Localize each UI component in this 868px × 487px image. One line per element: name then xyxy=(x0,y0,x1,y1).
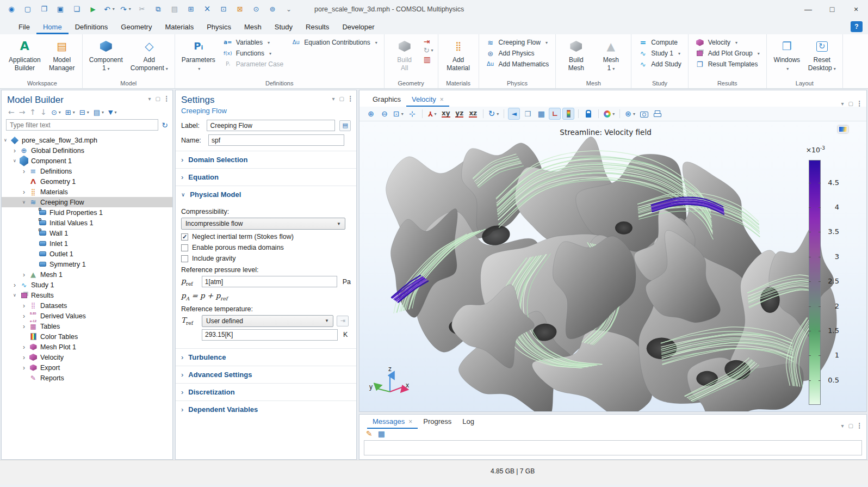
pin-panel-icon[interactable]: ┇ xyxy=(349,96,352,102)
find-button[interactable]: ⊙ xyxy=(249,3,263,16)
tree-item-export[interactable]: ›Export xyxy=(2,362,172,373)
equation-contributions-button[interactable]: ΔuEquation Contributions▾ xyxy=(288,38,380,47)
parameter-case-button[interactable]: PᵢParameter Case xyxy=(220,59,287,69)
build-all-button[interactable]: BuildAll xyxy=(388,36,421,73)
tree-item-datasets[interactable]: ›⣿Datasets xyxy=(2,300,172,311)
redo-button[interactable]: ↷▾ xyxy=(119,3,133,16)
expand-node-icon[interactable]: › xyxy=(21,168,27,175)
duplicate-button[interactable]: ⊞ xyxy=(184,3,198,16)
yz-view-button[interactable]: yz xyxy=(454,108,466,120)
tab-velocity[interactable]: Velocity× xyxy=(406,93,449,107)
add-physics-button[interactable]: ⊛Add Physics xyxy=(482,48,553,58)
rename-button[interactable]: ▤ xyxy=(339,120,351,131)
ref-temperature-input[interactable] xyxy=(202,329,338,341)
back-button[interactable]: ← xyxy=(7,108,16,116)
expand-node-icon[interactable]: › xyxy=(21,343,27,351)
run-button[interactable]: ▶ xyxy=(86,3,100,16)
collapse-node-icon[interactable]: ∨ xyxy=(21,200,27,205)
build-mesh-button[interactable]: BuildMesh xyxy=(559,36,593,73)
pin-panel-icon[interactable]: ┇ xyxy=(858,101,861,107)
name-field[interactable] xyxy=(208,134,344,146)
close-button[interactable]: × xyxy=(844,0,868,18)
new-button[interactable]: ▢ xyxy=(21,3,35,16)
float-panel-icon[interactable]: ▢ xyxy=(339,96,344,102)
ribbon-tab-materials[interactable]: Materials xyxy=(158,20,200,34)
float-panel-icon[interactable]: ▢ xyxy=(848,101,853,107)
model-manager-button[interactable]: ▤ModelManager xyxy=(45,36,79,73)
snapshot-button[interactable] xyxy=(638,108,650,120)
tree-item-tables[interactable]: ›▦Tables xyxy=(2,321,172,331)
ribbon-tab-definitions[interactable]: Definitions xyxy=(69,20,115,34)
expand-node-icon[interactable]: › xyxy=(21,188,27,196)
zoom-box-button[interactable]: ⊡▾ xyxy=(392,108,405,120)
xy-view-button[interactable]: xy xyxy=(440,108,452,120)
tab-progress[interactable]: Progress xyxy=(418,415,457,429)
messages-output[interactable] xyxy=(364,440,862,455)
tree-item-component-1[interactable]: ∨Component 1 xyxy=(2,156,172,166)
mesh-1-button[interactable]: ▲Mesh1▾ xyxy=(594,36,628,73)
expand-node-icon[interactable]: › xyxy=(21,364,27,372)
tree-item-fluid-properties-1[interactable]: Fluid Properties 1 xyxy=(2,207,172,218)
zoom-extents-button[interactable]: ⊹ xyxy=(406,108,418,120)
checkbox-box[interactable] xyxy=(181,255,188,262)
tree-item-study-1[interactable]: ›∿Study 1 xyxy=(2,280,172,290)
label-field[interactable] xyxy=(207,120,335,131)
tree-item-results[interactable]: ∨Results xyxy=(2,290,172,300)
section-turbulence[interactable]: ›Turbulence xyxy=(176,348,356,366)
section-equation[interactable]: ›Equation xyxy=(176,168,356,186)
cut-button[interactable]: ✂ xyxy=(135,3,149,16)
tree-item-symmetry-1[interactable]: Symmetry 1 xyxy=(2,259,172,269)
delete-button[interactable]: × xyxy=(200,3,214,16)
panel-menu-icon[interactable]: ▾ xyxy=(148,96,151,102)
tree-item-definitions[interactable]: ›≡Definitions xyxy=(2,166,172,176)
tree-item-mesh-plot-1[interactable]: ›Mesh Plot 1 xyxy=(2,342,172,352)
windows-button[interactable]: ❐Windows▾ xyxy=(770,36,804,73)
update-button[interactable]: ↻▾ xyxy=(424,47,433,54)
xz-view-button[interactable]: xz xyxy=(467,108,479,120)
transparency-button[interactable]: ⊛▾ xyxy=(624,108,636,120)
compressibility-select[interactable]: Incompressible flow ▼ xyxy=(181,218,345,230)
view-orientation-button[interactable]: Y▾ xyxy=(426,108,438,120)
ref-pressure-input[interactable] xyxy=(202,276,337,287)
expand-node-icon[interactable]: › xyxy=(21,302,27,310)
section-discretization[interactable]: ›Discretization xyxy=(176,383,356,400)
rotate-button[interactable]: ↻▾ xyxy=(487,108,500,120)
application-builder-button[interactable]: AApplicationBuilder xyxy=(5,36,44,73)
collapse-node-icon[interactable]: ∨ xyxy=(12,293,17,298)
variables-button[interactable]: a=Variables▾ xyxy=(220,38,287,47)
tree-item-reports[interactable]: ✎Reports xyxy=(2,373,172,383)
tree-item-creeping-flow[interactable]: ∨≋Creeping Flow xyxy=(2,197,172,207)
panel-menu-icon[interactable]: ▾ xyxy=(841,423,844,429)
expand-node-icon[interactable]: › xyxy=(21,323,27,330)
virtual-operations-button[interactable]: ▥ xyxy=(424,56,433,63)
color-legend-button[interactable] xyxy=(562,108,574,120)
minimize-button[interactable]: — xyxy=(796,0,820,18)
maximize-button[interactable]: □ xyxy=(820,0,844,18)
ribbon-tab-study[interactable]: Study xyxy=(268,20,299,34)
parameters-button[interactable]: PᵢParameters▾ xyxy=(178,36,219,73)
expand-node-icon[interactable]: › xyxy=(12,147,17,155)
section-domain-selection[interactable]: ›Domain Selection xyxy=(176,151,356,168)
tree-item-wall-1[interactable]: Wall 1 xyxy=(2,228,172,238)
expand-node-icon[interactable]: › xyxy=(21,271,27,279)
reset-desktop-button[interactable]: ↻ResetDesktop▾ xyxy=(805,36,839,73)
collapse-node-icon[interactable]: ∨ xyxy=(3,138,8,143)
show-button[interactable]: ⊙▾ xyxy=(50,108,62,116)
component-1-button[interactable]: Component1▾ xyxy=(86,36,126,73)
checkbox-enable-porous-media-domains[interactable]: Enable porous media domains xyxy=(181,244,351,251)
scene-light-button[interactable]: ◄ xyxy=(508,108,520,120)
expand-node-icon[interactable]: › xyxy=(21,312,27,320)
save-button[interactable]: ▣ xyxy=(53,3,67,16)
clear-selection-button[interactable]: ⊠ xyxy=(233,3,247,16)
move-up-button[interactable]: ↑ xyxy=(28,108,37,116)
tab-log[interactable]: Log xyxy=(457,415,480,429)
functions-button[interactable]: f(x)Functions▾ xyxy=(220,48,287,58)
undo-button[interactable]: ↶▾ xyxy=(102,3,116,16)
filter-button[interactable]: ▼▾ xyxy=(107,109,117,116)
close-tab-icon[interactable]: × xyxy=(440,96,444,103)
tree-item-outlet-1[interactable]: Outlet 1 xyxy=(2,249,172,259)
print-button[interactable] xyxy=(652,108,664,120)
study-1-button[interactable]: ∿Study 1▾ xyxy=(635,48,684,58)
checkbox-box[interactable]: ✓ xyxy=(181,233,188,241)
physics-interface-select[interactable]: ≋Creeping Flow▾ xyxy=(482,38,553,47)
